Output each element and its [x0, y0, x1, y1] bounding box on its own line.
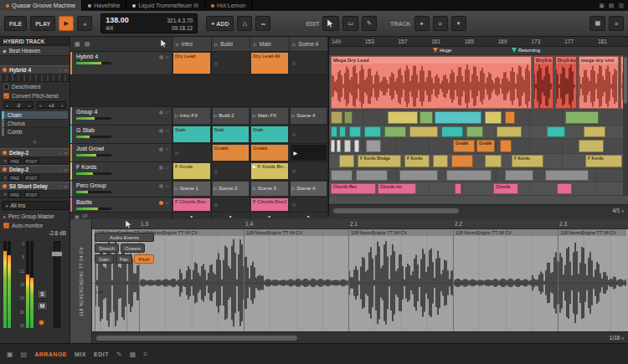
- arranger-clip[interactable]: [485, 111, 502, 124]
- arranger-clip[interactable]: [565, 111, 599, 124]
- time-signature-value[interactable]: 4/4: [106, 25, 113, 31]
- arranger-clip[interactable]: [505, 170, 533, 181]
- project-tab[interactable]: Liquid Trommelfeuer III: [126, 0, 205, 11]
- arranger-clip[interactable]: F Kords: [404, 155, 430, 167]
- post-toggle[interactable]: POST: [23, 175, 40, 181]
- track-header[interactable]: Hybrid 4□: [70, 52, 172, 74]
- audio-event[interactable]: 118 NeverEngine TT 04 CV: [453, 229, 558, 331]
- project-tab[interactable]: Hot Lemon: [205, 0, 252, 11]
- launcher-clip[interactable]: ▷Main FX: [251, 108, 288, 124]
- window-layout-icon[interactable]: ▣: [7, 351, 13, 358]
- clip-slot[interactable]: ▷Scene 1: [172, 181, 212, 197]
- play-button[interactable]: ▶: [59, 16, 74, 31]
- output-routing-select[interactable]: ▸ Perc Group Master: [0, 212, 69, 220]
- arranger-clip[interactable]: [446, 170, 492, 181]
- arranger-clip[interactable]: [339, 155, 354, 167]
- scene-play-icon[interactable]: ▷: [215, 42, 219, 47]
- device-expand-icon[interactable]: ▫: [60, 167, 62, 172]
- device-remove-icon[interactable]: ×: [64, 184, 67, 189]
- record-button[interactable]: ●: [77, 16, 92, 31]
- arranger-clip[interactable]: [547, 126, 565, 137]
- panel-toggle-right-icon[interactable]: ▥: [618, 3, 624, 9]
- arranger-clip[interactable]: [545, 170, 589, 181]
- arranger-clip[interactable]: [441, 126, 463, 137]
- launcher-clip[interactable]: Dry Lead: [173, 53, 210, 74]
- arranger-lane[interactable]: [329, 126, 623, 139]
- launcher-clip[interactable]: ▷Scene 3: [251, 182, 288, 196]
- device-expand-icon[interactable]: ▫: [60, 151, 62, 156]
- add-track-button[interactable]: +ADD: [206, 16, 234, 31]
- clip-slot[interactable]: ▷Build 2: [212, 107, 251, 125]
- launcher-clip[interactable]: ▷Scene 1: [173, 182, 210, 196]
- arranger-clip[interactable]: [433, 155, 448, 167]
- dual-display-icon[interactable]: ▤: [21, 351, 28, 358]
- arranger-grid-setting[interactable]: 4/1 ▾: [612, 208, 624, 213]
- track-header[interactable]: Perc Group□: [70, 181, 172, 197]
- launcher-clip[interactable]: Stab: [173, 126, 210, 142]
- clip-slot[interactable]: Stab: [250, 126, 290, 143]
- track-header[interactable]: Just Growl□: [70, 144, 172, 161]
- launcher-clip[interactable]: Gnakk: [251, 145, 288, 161]
- auto-monitor-checkbox[interactable]: ✓: [3, 223, 9, 228]
- expand-icon[interactable]: ▾: [4, 192, 7, 197]
- launcher-clip[interactable]: Dry Lead Alt: [251, 53, 288, 74]
- launcher-clip[interactable]: ▷Scene 4: [291, 108, 327, 124]
- arranger-clip[interactable]: [388, 111, 418, 124]
- pre-toggle[interactable]: PRE: [8, 158, 22, 164]
- arranger-clip[interactable]: [485, 155, 502, 167]
- pencil-icon[interactable]: ✎: [116, 351, 122, 358]
- arranger-clip[interactable]: F Kords: [585, 155, 622, 167]
- arranger-clip[interactable]: [497, 126, 522, 137]
- deactivated-checkbox[interactable]: [3, 84, 9, 90]
- arranger-clip[interactable]: [435, 111, 481, 124]
- scene-header[interactable]: ▷Build: [212, 37, 251, 51]
- arranger-clip[interactable]: Chords: [493, 183, 518, 194]
- scene-header[interactable]: ▷Intro: [172, 37, 212, 51]
- pitch-button[interactable]: Pitch: [134, 254, 153, 264]
- device-remove-icon[interactable]: ×: [64, 151, 67, 156]
- view-tab[interactable]: MIX: [75, 351, 86, 357]
- arranger-clip[interactable]: [349, 126, 361, 137]
- launcher-clip[interactable]: F Kords: [173, 163, 210, 179]
- mute-icon[interactable]: □: [166, 146, 168, 151]
- pre-toggle[interactable]: PRE: [8, 192, 22, 197]
- audio-event[interactable]: 118 NeverEngine TT 04 CV: [244, 229, 348, 331]
- audio-editor-canvas[interactable]: +12 118 NeverEngine TT 04 CV118 NeverEng…: [92, 229, 628, 331]
- arranger-clip[interactable]: [466, 126, 483, 137]
- arranger-clip[interactable]: [584, 126, 605, 137]
- arranger-cue-marker-lane[interactable]: HugeReturning: [329, 47, 628, 55]
- clip-slot[interactable]: F Chords Rec2: [250, 197, 290, 212]
- convert-pitchbend-checkbox[interactable]: ✓: [3, 93, 9, 99]
- volume-fader-handle[interactable]: [51, 251, 63, 257]
- scene-header[interactable]: ▷Scene 4: [290, 37, 329, 51]
- launcher-clip[interactable]: ▷Scene 4: [291, 182, 327, 196]
- arranger-clip[interactable]: [344, 140, 351, 152]
- clip-slot[interactable]: [290, 197, 329, 212]
- mute-icon[interactable]: □: [166, 54, 168, 59]
- decrement-icon[interactable]: ◂: [39, 103, 42, 108]
- track-expand-button[interactable]: ▾: [451, 16, 466, 31]
- scene-play-icon[interactable]: ▷: [176, 42, 179, 47]
- clip-slot[interactable]: [290, 162, 329, 180]
- audio-event[interactable]: 118 NeverEngine TT 04 CV: [348, 229, 453, 331]
- device-power-icon[interactable]: [3, 151, 7, 155]
- panel-toggle-bottom-icon[interactable]: ▤: [609, 3, 615, 9]
- transport-display[interactable]: 138.00 321.4.3.70 4/4 09:18.12: [100, 13, 198, 33]
- clip-slot[interactable]: Gnakk: [250, 144, 290, 161]
- post-toggle[interactable]: POST: [23, 192, 40, 197]
- settings-button[interactable]: ≡: [609, 16, 624, 31]
- post-toggle[interactable]: POST: [23, 158, 40, 164]
- device-power-icon[interactable]: [3, 167, 7, 172]
- menu-icon[interactable]: ≡: [143, 351, 147, 358]
- clip-slot[interactable]: ▷Main FX: [250, 107, 290, 125]
- record-arm-icon[interactable]: [159, 166, 163, 170]
- arranger-clip[interactable]: [557, 183, 572, 194]
- audio-events-button[interactable]: Audio Events: [95, 233, 154, 242]
- pan-button[interactable]: Pan: [116, 254, 133, 264]
- arranger-clip[interactable]: [331, 126, 337, 137]
- play-menu-button[interactable]: PLAY: [30, 16, 55, 31]
- mute-button[interactable]: M: [37, 301, 48, 310]
- clip-slot[interactable]: F Chords Rec: [172, 197, 212, 212]
- device-remove-icon[interactable]: ×: [64, 68, 67, 73]
- device-header[interactable]: Delay-2▫×: [0, 165, 69, 174]
